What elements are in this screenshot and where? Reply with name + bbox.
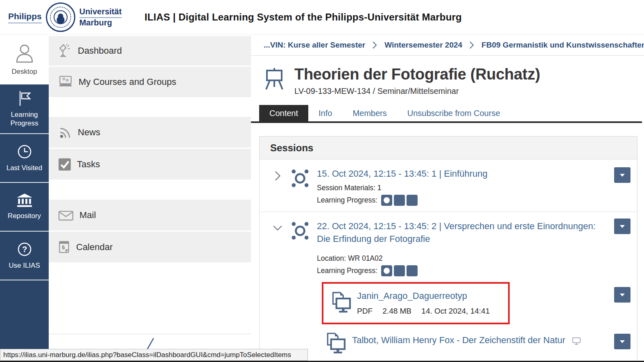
page-title: ILIAS | Digital Learning System of the P…	[145, 11, 462, 23]
file-link[interactable]: Janin_Arago_Daguerreotyp	[357, 291, 467, 301]
progress-square-current	[381, 195, 392, 206]
main-icon-rail: Desktop Learning Progress Last Visited R…	[0, 35, 49, 362]
menu-item-calendar[interactable]: 5 Calendar	[49, 232, 251, 262]
status-url: https://ilias.uni-marburg.de/ilias.php?b…	[3, 351, 291, 359]
clock-icon	[16, 143, 33, 160]
rail-filler	[0, 280, 49, 360]
app-header: Philipps Universität Marburg ILIAS | Dig…	[0, 0, 644, 35]
course-subtitle: LV-09-133-MEW-134 / Seminar/Mittelsemina…	[294, 87, 540, 96]
file-icon	[329, 290, 352, 316]
svg-text:5: 5	[62, 245, 65, 250]
rail-item-learning-progress[interactable]: Learning Progress	[0, 84, 49, 133]
expand-chevron-right-icon[interactable]	[272, 168, 291, 206]
course-tabs: Content Info Members Unsubscribe from Co…	[251, 105, 642, 123]
rss-icon	[58, 125, 72, 140]
laptop-users-icon	[58, 75, 73, 89]
progress-square	[407, 265, 418, 276]
progress-square	[394, 195, 405, 206]
actions-dropdown-button[interactable]	[614, 287, 630, 303]
session-materials: Session Materials: 1	[317, 184, 605, 192]
menu-item-my-courses-and-groups[interactable]: My Courses and Groups	[49, 67, 251, 97]
sessions-panel-header: Sessions	[260, 137, 637, 159]
menu-item-mail[interactable]: Mail	[49, 200, 251, 230]
file-icon	[323, 331, 346, 356]
rail-item-repository[interactable]: Repository	[0, 182, 49, 231]
menu-divider	[49, 334, 251, 334]
main-content: ...VIN: Kurse aller Semester Wintersemes…	[251, 35, 644, 362]
file-size: 2.48 MB	[382, 307, 411, 315]
university-logo[interactable]: Philipps Universität Marburg	[8, 2, 122, 32]
progress-square-current	[381, 265, 392, 276]
session-row: 15. Oct 2024, 12:15 - 13:45: 1 | Einführ…	[260, 159, 637, 212]
university-seal-icon	[46, 2, 75, 32]
learning-progress-widget[interactable]: Learning Progress:	[317, 195, 605, 206]
menu-item-news[interactable]: News	[49, 117, 251, 148]
flag-icon	[17, 90, 32, 107]
actions-dropdown-button[interactable]	[614, 219, 630, 234]
actions-dropdown-button[interactable]	[614, 167, 630, 183]
file-link[interactable]: Talbot, William Henry Fox - Der Zeichens…	[352, 335, 565, 346]
calendar-icon: 5	[58, 240, 71, 255]
highlight-red-box: Janin_Arago_Daguerreotyp PDF 2.48 MB 14.…	[322, 282, 510, 324]
caret-down-icon	[620, 174, 625, 177]
chevron-right-icon	[372, 41, 378, 50]
desk-lamp-icon	[58, 43, 72, 58]
logo-text-university: Universität Marburg	[79, 7, 122, 27]
tab-info[interactable]: Info	[308, 105, 342, 121]
breadcrumb-link[interactable]: ...VIN: Kurse aller Semester	[264, 41, 365, 50]
session-location: Location: WR 01A02	[317, 254, 605, 263]
course-easel-icon	[264, 67, 285, 90]
rail-item-desktop[interactable]: Desktop	[0, 35, 49, 84]
svg-text:?: ?	[22, 245, 27, 254]
course-title: Theorien der Fotografie (Ruchatz)	[294, 66, 540, 83]
menu-item-dashboard[interactable]: Dashboard	[49, 36, 251, 66]
tab-content[interactable]: Content	[259, 105, 308, 121]
session-icon	[291, 168, 317, 206]
file-date: 14. Oct 2024, 14:41	[421, 307, 490, 315]
sessions-panel: Sessions 15. Oct 2024, 12:15 - 13:45: 1 …	[259, 136, 637, 362]
logo-text-philipps: Philipps	[8, 11, 42, 23]
session-title-link[interactable]: 15. Oct 2024, 12:15 - 13:45: 1 | Einführ…	[317, 168, 488, 180]
actions-dropdown-button[interactable]	[614, 334, 630, 349]
file-type: PDF	[357, 307, 373, 315]
checkbox-icon	[58, 157, 72, 171]
rail-item-use-ilias[interactable]: ? Use ILIAS	[0, 231, 49, 280]
course-header: Theorien der Fotografie (Ruchatz) LV-09-…	[264, 66, 644, 96]
browser-status-bar: https://ilias.uni-marburg.de/ilias.php?b…	[0, 349, 308, 361]
session-title-link[interactable]: 22. Oct 2024, 12:15 - 13:45: 2 | Verspre…	[317, 220, 603, 245]
user-icon	[14, 43, 35, 64]
caret-down-icon	[620, 340, 625, 343]
tab-unsubscribe[interactable]: Unsubscribe from Course	[397, 105, 511, 121]
file-metadata: PDF 2.48 MB 14. Oct 2024, 14:41	[357, 307, 497, 316]
expand-chevron-down-icon[interactable]	[272, 220, 291, 356]
caret-down-icon	[620, 294, 625, 296]
learning-progress-widget[interactable]: Learning Progress:	[317, 265, 605, 276]
file-item: Janin_Arago_Daguerreotyp PDF 2.48 MB 14.…	[323, 284, 508, 323]
sessions-heading: Sessions	[270, 142, 313, 154]
tab-members[interactable]: Members	[342, 105, 397, 121]
breadcrumb: ...VIN: Kurse aller Semester Wintersemes…	[251, 35, 644, 56]
menu-item-tasks[interactable]: Tasks	[49, 149, 251, 180]
session-materials-list: Janin_Arago_Daguerreotyp PDF 2.48 MB 14.…	[317, 282, 605, 356]
file-item: Talbot, William Henry Fox - Der Zeichens…	[323, 331, 605, 356]
dashboard-menu: Dashboard My Courses and Groups News Tas…	[49, 35, 251, 362]
breadcrumb-link[interactable]: Wintersemester 2024	[384, 41, 462, 50]
session-icon	[291, 220, 317, 356]
rail-item-last-visited[interactable]: Last Visited	[0, 133, 49, 182]
caret-down-icon	[620, 225, 625, 228]
breadcrumb-link[interactable]: FB09 Germanistik und Kunstwissenschaften	[481, 41, 644, 50]
chevron-right-icon	[469, 41, 475, 50]
envelope-icon	[58, 209, 74, 221]
question-icon: ?	[16, 241, 33, 257]
session-row: 22. Oct 2024, 12:15 - 13:45: 2 | Verspre…	[260, 212, 637, 362]
progress-square	[394, 265, 405, 276]
bank-icon	[16, 193, 33, 208]
screen-icon	[572, 337, 581, 345]
progress-square	[407, 195, 418, 206]
